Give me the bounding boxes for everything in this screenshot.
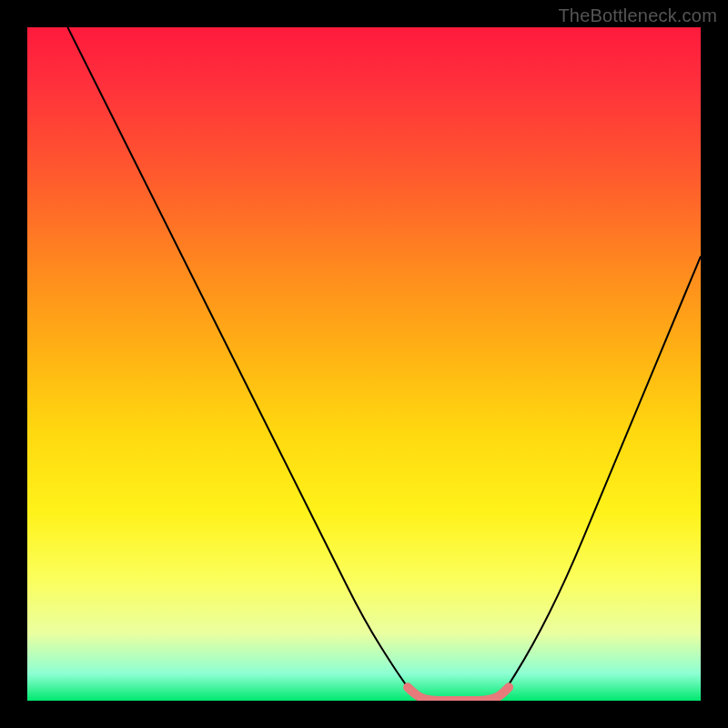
bottleneck-curve [67,27,701,701]
optimal-range-highlight [408,687,509,701]
chart-frame: TheBottleneck.com [0,0,728,728]
curve-layer [27,27,701,701]
watermark-text: TheBottleneck.com [558,5,717,26]
plot-area [27,27,701,701]
